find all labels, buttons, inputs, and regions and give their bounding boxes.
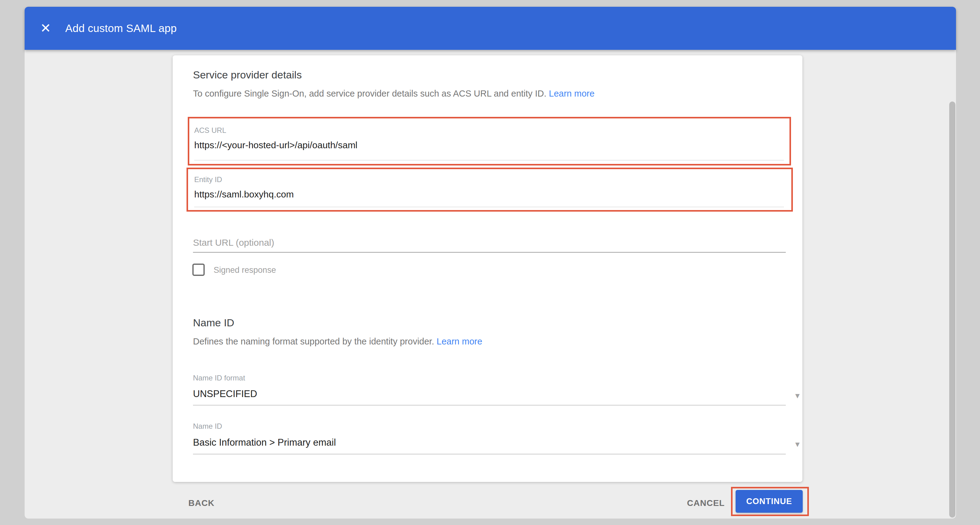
learn-more-link-nameid[interactable]: Learn more xyxy=(437,336,482,346)
name-id-description: Defines the naming format supported by t… xyxy=(193,336,482,347)
continue-button[interactable]: CONTINUE xyxy=(736,490,803,513)
page-background: { "dialog": { "title": "Add custom SAML … xyxy=(0,0,980,525)
entity-id-input[interactable] xyxy=(194,189,779,200)
name-id-format-value: UNSPECIFIED xyxy=(193,389,257,400)
name-id-select[interactable]: Basic Information > Primary email ▼ xyxy=(193,437,786,452)
name-id-format-select[interactable]: UNSPECIFIED ▼ xyxy=(193,389,786,404)
acs-url-label: ACS URL xyxy=(194,126,226,135)
name-id-underline xyxy=(193,454,786,455)
service-provider-card: Service provider details To configure Si… xyxy=(173,56,802,482)
close-icon[interactable]: ✕ xyxy=(38,20,54,36)
service-provider-description: To configure Single Sign-On, add service… xyxy=(193,89,595,99)
name-id-label: Name ID xyxy=(193,422,222,431)
back-button[interactable]: BACK xyxy=(188,498,215,508)
name-id-format-label: Name ID format xyxy=(193,374,245,382)
signed-response-label: Signed response xyxy=(213,265,276,275)
acs-url-input[interactable] xyxy=(194,140,779,151)
cancel-button[interactable]: CANCEL xyxy=(687,498,725,508)
add-saml-app-dialog: ✕ Add custom SAML app Service provider d… xyxy=(25,7,956,519)
signed-response-checkbox[interactable] xyxy=(192,263,205,276)
scrollbar-thumb[interactable] xyxy=(949,102,955,518)
learn-more-link-sp[interactable]: Learn more xyxy=(549,89,594,98)
dialog-title: Add custom SAML app xyxy=(65,22,177,35)
entity-id-label: Entity ID xyxy=(194,175,222,184)
name-id-format-underline xyxy=(193,405,786,406)
acs-url-underline xyxy=(194,160,784,160)
service-provider-heading: Service provider details xyxy=(193,69,302,81)
service-provider-description-text: To configure Single Sign-On, add service… xyxy=(193,89,546,98)
name-id-value: Basic Information > Primary email xyxy=(193,437,336,448)
name-id-heading: Name ID xyxy=(193,317,234,329)
chevron-down-icon: ▼ xyxy=(794,392,801,400)
name-id-description-text: Defines the naming format supported by t… xyxy=(193,336,434,346)
chevron-down-icon: ▼ xyxy=(794,440,801,449)
entity-id-underline xyxy=(194,207,784,207)
dialog-header: ✕ Add custom SAML app xyxy=(25,7,956,50)
start-url-input[interactable] xyxy=(193,233,786,253)
